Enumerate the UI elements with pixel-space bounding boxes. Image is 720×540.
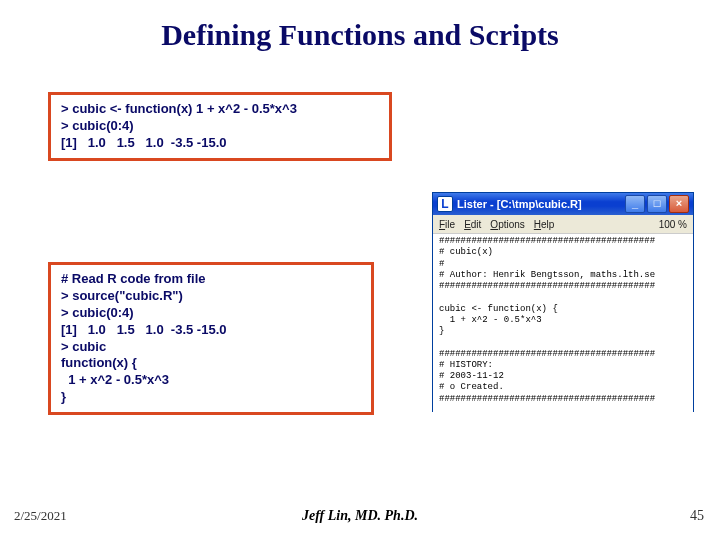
zoom-level: 100 %	[659, 219, 687, 230]
menu-help[interactable]: Help	[534, 219, 555, 230]
menu-options[interactable]: Options	[490, 219, 524, 230]
code-block-1: > cubic <- function(x) 1 + x^2 - 0.5*x^3…	[48, 92, 392, 161]
menubar: File Edit Options Help 100 %	[433, 215, 693, 234]
maximize-button[interactable]: □	[647, 195, 667, 213]
window-title: Lister - [C:\tmp\cubic.R]	[457, 198, 582, 210]
footer-author: Jeff Lin, MD. Ph.D.	[0, 508, 720, 524]
editor-content[interactable]: ########################################…	[433, 234, 693, 414]
lister-window: L Lister - [C:\tmp\cubic.R] _ □ × File E…	[432, 192, 694, 412]
app-icon: L	[437, 196, 453, 212]
titlebar: L Lister - [C:\tmp\cubic.R] _ □ ×	[433, 193, 693, 215]
footer-page: 45	[690, 508, 704, 524]
minimize-button[interactable]: _	[625, 195, 645, 213]
menu-edit[interactable]: Edit	[464, 219, 481, 230]
menu-file[interactable]: File	[439, 219, 455, 230]
close-button[interactable]: ×	[669, 195, 689, 213]
page-title: Defining Functions and Scripts	[0, 18, 720, 52]
code-block-2: # Read R code from file > source("cubic.…	[48, 262, 374, 415]
